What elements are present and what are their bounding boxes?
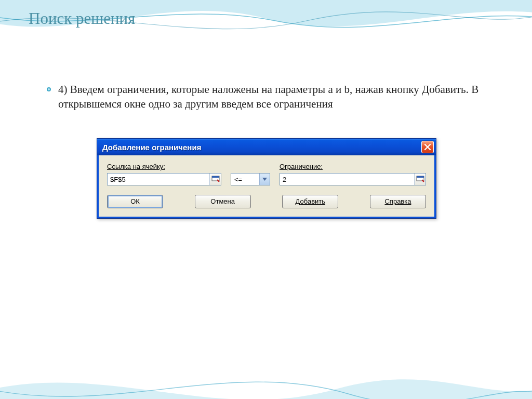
svg-rect-3 [417, 176, 424, 178]
cell-ref-input-wrap [107, 173, 221, 185]
decorative-wave-bottom [0, 337, 532, 399]
constraint-label: Ограничение: [280, 163, 426, 170]
close-icon [424, 143, 431, 151]
bullet-text: 4) Введем ограничения, которые наложены … [58, 82, 490, 112]
cell-ref-picker-button[interactable] [209, 174, 221, 185]
ok-button[interactable]: ОК [107, 195, 163, 208]
dialog-titlebar[interactable]: Добавление ограничения [97, 139, 436, 155]
dialog-close-button[interactable] [421, 141, 434, 153]
help-button[interactable]: Справка [370, 195, 426, 208]
constraint-input-wrap [280, 173, 426, 185]
operator-value: <= [231, 176, 259, 183]
slide-body: 4) Введем ограничения, которые наложены … [47, 82, 490, 112]
cell-ref-input[interactable] [108, 174, 209, 185]
cell-ref-label: Ссылка на ячейку: [107, 163, 221, 170]
add-button[interactable]: Добавить [282, 195, 338, 208]
constraint-input[interactable] [280, 174, 414, 185]
slide-title: Поиск решения [29, 9, 135, 28]
chevron-down-icon [262, 178, 267, 181]
cancel-button[interactable]: Отмена [195, 195, 251, 208]
operator-select[interactable]: <= [231, 173, 270, 185]
range-picker-icon [416, 176, 424, 183]
range-picker-icon [211, 176, 220, 183]
bullet-icon [47, 87, 51, 91]
constraint-picker-button[interactable] [414, 174, 425, 185]
dialog-title: Добавление ограничения [102, 143, 421, 152]
svg-rect-1 [212, 176, 219, 178]
add-constraint-dialog: Добавление ограничения Ссылка на ячейку: [97, 138, 436, 219]
operator-dropdown-arrow [259, 174, 270, 185]
dialog-body: Ссылка на ячейку: <= [97, 155, 436, 218]
